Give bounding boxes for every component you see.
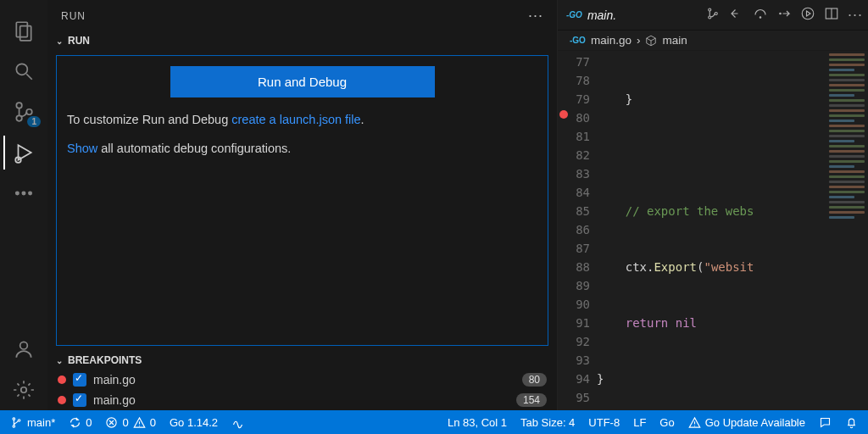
status-bar: main* 0 0 0 Go 1.14.2 Ln 83, Col 1 Tab S…	[0, 410, 868, 434]
run-debug-icon[interactable]	[3, 132, 44, 173]
code-area[interactable]: 77787980818283848586878889909192939495 }…	[558, 51, 868, 410]
svg-point-17	[802, 8, 814, 19]
show-configs-link[interactable]: Show	[67, 142, 97, 155]
breakpoint-dot-icon	[58, 396, 66, 404]
chevron-down-icon: ⌄	[56, 36, 63, 46]
compare-icon[interactable]	[705, 6, 721, 21]
step-back-icon[interactable]	[729, 6, 744, 21]
settings-icon[interactable]	[3, 370, 44, 410]
breakpoints-section-header[interactable]: ⌄ BREAKPOINTS	[47, 351, 557, 370]
scm-icon[interactable]: 1	[3, 92, 44, 132]
breakpoint-file: main.go	[93, 373, 136, 387]
sync-button[interactable]: 0	[62, 416, 98, 429]
tab-main-go[interactable]: -GO main.	[566, 8, 616, 22]
minimap[interactable]	[826, 51, 868, 410]
explorer-icon[interactable]	[3, 10, 44, 51]
list-item[interactable]: main.go 80	[47, 370, 557, 390]
customize-text: To customize Run and Debug	[67, 113, 231, 126]
analysis-icon[interactable]	[225, 416, 251, 429]
breakpoint-line-badge: 154	[516, 393, 547, 407]
create-launch-json-link[interactable]: create a launch.json file	[231, 113, 360, 126]
svg-point-10	[20, 342, 28, 349]
breakpoint-checkbox[interactable]	[73, 373, 86, 387]
cursor-position[interactable]: Ln 83, Col 1	[441, 416, 514, 429]
search-icon[interactable]	[3, 51, 44, 92]
panel-more-icon[interactable]: ···	[528, 7, 543, 25]
breadcrumb[interactable]: -GO main.go › main	[558, 31, 868, 51]
go-file-icon: -GO	[570, 36, 586, 45]
breakpoint-checkbox[interactable]	[73, 393, 86, 407]
tab-size[interactable]: Tab Size: 4	[514, 416, 581, 429]
run-box: Run and Debug To customize Run and Debug…	[56, 55, 548, 346]
activity-bar: 1	[0, 0, 47, 410]
account-icon[interactable]	[3, 329, 44, 370]
editor-tabs: -GO main. ···	[558, 0, 868, 31]
run-section-header[interactable]: ⌄ RUN	[47, 31, 557, 50]
run-section-label: RUN	[68, 35, 90, 47]
svg-point-15	[760, 17, 761, 19]
chevron-right-icon: ›	[637, 34, 641, 47]
svg-point-8	[22, 192, 25, 194]
svg-point-13	[709, 16, 711, 19]
breakpoint-file: main.go	[93, 393, 136, 407]
branch-indicator[interactable]: main*	[3, 416, 62, 429]
panel-title: RUN	[61, 10, 86, 22]
svg-point-20	[13, 425, 15, 427]
problems-button[interactable]: 0 0	[98, 416, 162, 429]
svg-point-11	[21, 387, 27, 393]
chevron-down-icon: ⌄	[56, 356, 63, 365]
scm-badge: 1	[27, 116, 41, 127]
breakpoint-line-badge: 80	[522, 373, 547, 387]
svg-point-19	[13, 417, 15, 420]
feedback-icon[interactable]	[812, 416, 838, 429]
run-panel: RUN ··· ⌄ RUN Run and Debug To customize…	[47, 0, 557, 410]
code-lines: } // export the webs ctx.Export("websit …	[597, 51, 826, 410]
package-icon	[645, 35, 657, 47]
svg-point-16	[780, 13, 782, 14]
encoding[interactable]: UTF-8	[581, 416, 626, 429]
go-file-icon: -GO	[566, 10, 582, 19]
svg-rect-0	[16, 22, 27, 36]
go-update-button[interactable]: Go Update Available	[682, 416, 812, 429]
svg-point-12	[709, 8, 711, 11]
more-icon[interactable]	[3, 173, 44, 214]
svg-rect-1	[20, 26, 31, 41]
svg-point-2	[16, 64, 27, 75]
run-icon[interactable]	[800, 6, 815, 21]
svg-point-7	[16, 192, 19, 194]
svg-point-9	[29, 192, 31, 194]
svg-point-14	[715, 13, 717, 15]
editor-more-icon[interactable]: ···	[848, 6, 863, 24]
eol[interactable]: LF	[626, 416, 653, 429]
run-and-debug-button[interactable]: Run and Debug	[170, 66, 435, 97]
breakpoint-dot-icon	[559, 110, 568, 119]
gutter: 77787980818283848586878889909192939495	[558, 51, 597, 410]
svg-point-5	[26, 109, 32, 115]
list-item[interactable]: main.go 154	[47, 390, 557, 410]
go-version[interactable]: Go 1.14.2	[163, 416, 225, 429]
bell-icon[interactable]	[838, 416, 865, 429]
split-editor-icon[interactable]	[824, 6, 839, 21]
step-over-icon[interactable]	[753, 6, 768, 21]
language-mode[interactable]: Go	[653, 416, 681, 429]
svg-point-3	[16, 103, 21, 108]
show-rest: all automatic debug configurations.	[97, 142, 291, 155]
breakpoints-label: BREAKPOINTS	[68, 354, 142, 366]
step-into-icon[interactable]	[776, 6, 792, 21]
breakpoint-dot-icon	[58, 376, 66, 384]
editor: -GO main. ··· -GO main.go › main 7	[557, 0, 868, 410]
